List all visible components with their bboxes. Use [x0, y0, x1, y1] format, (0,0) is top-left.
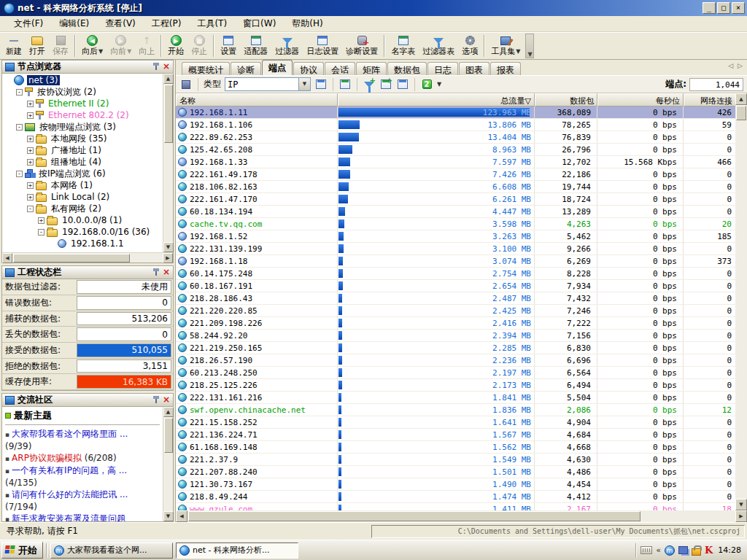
list-item[interactable]: ▪大家帮我看看这个网络里面 ... — [5, 428, 160, 440]
close-button[interactable]: × — [732, 2, 745, 14]
table-row[interactable]: 222.89.62.25313.404 MB76,8390 bps0 — [176, 131, 735, 144]
input-method-icon[interactable] — [640, 546, 652, 554]
tab-报表[interactable]: 报表 — [490, 62, 521, 75]
保存-button[interactable]: 保存 — [49, 33, 72, 59]
scroll-right-icon[interactable]: ▶ — [163, 253, 173, 263]
list-item[interactable]: ▪ARP协议欺骗模拟 (6/208) — [5, 452, 160, 464]
tree-item[interactable]: +广播地址 (1) — [2, 144, 163, 156]
minimize-button[interactable]: _ — [703, 2, 716, 14]
table-row[interactable]: 60.18.167.1912.654 MB7,9340 bps0 — [176, 280, 735, 292]
tab-诊断[interactable]: 诊断 — [231, 62, 261, 75]
tree-item[interactable]: -按协议浏览 (2) — [2, 86, 163, 98]
expand-icon[interactable]: + — [27, 194, 34, 201]
table-row[interactable]: 222.131.161.2161.841 MB5,5040 bps0 — [176, 392, 735, 404]
pin-icon[interactable] — [152, 268, 160, 276]
antivirus-tray-icon[interactable]: K — [705, 545, 713, 556]
scroll-up-icon[interactable]: ▲ — [735, 93, 747, 105]
tray-collapse-icon[interactable]: « — [656, 545, 661, 555]
tree-vertical-scrollbar[interactable]: ▲ ▼ — [163, 74, 173, 252]
list-item[interactable]: ▪请问有什么好的方法能把讯 ... — [5, 489, 160, 501]
tree-item[interactable]: -192.168.0.0/16 (36) — [2, 226, 163, 238]
table-row[interactable]: 221.2.37.91.549 MB4,6300 bps0 — [176, 454, 735, 466]
menu-item-文件F[interactable]: 文件(F) — [7, 16, 50, 31]
tab-日志[interactable]: 日志 — [427, 62, 458, 75]
toolbar-overflow-button[interactable]: ▼ — [525, 34, 534, 58]
tab-协议[interactable]: 协议 — [293, 62, 324, 75]
pin-icon[interactable] — [152, 63, 160, 71]
tree-item[interactable]: -私有网络 (2) — [2, 203, 163, 214]
过滤器表-button[interactable]: 过滤器表 — [419, 33, 458, 59]
expand-icon[interactable]: + — [27, 136, 34, 142]
新建-button[interactable]: 新建 — [2, 33, 26, 59]
menu-item-工具T[interactable]: 工具(T) — [190, 16, 233, 31]
list-item[interactable]: ▪一个有关私有IP的问题，高 ... — [5, 464, 160, 477]
scroll-down-icon[interactable]: ▼ — [163, 511, 174, 521]
maximize-button[interactable]: □ — [717, 2, 730, 14]
list-view-icon[interactable] — [338, 78, 352, 90]
collapse-icon[interactable]: - — [16, 124, 23, 131]
tab-scroll-right-icon[interactable]: ▷ — [738, 62, 743, 69]
expand-icon[interactable]: + — [38, 217, 44, 224]
table-row[interactable]: 221.136.224.711.567 MB4,6840 bps0 — [176, 429, 735, 441]
工具集-button[interactable]: 工具集▼ — [487, 33, 524, 59]
export-icon[interactable] — [396, 78, 409, 90]
pin-icon[interactable] — [152, 396, 160, 404]
向前-button[interactable]: ▶向前▼ — [107, 33, 135, 59]
type-combobox[interactable]: IP ▼ — [225, 77, 311, 91]
table-row[interactable]: 125.42.65.2088.963 MB26,7960 bps0 — [176, 144, 735, 156]
名字表-button[interactable]: 名字表 — [387, 33, 419, 59]
table-row[interactable]: 192.168.1.523.263 MB5,4620 bps185 — [176, 230, 735, 243]
scroll-down-icon[interactable]: ▼ — [163, 242, 174, 252]
table-row[interactable]: 60.14.175.2482.754 MB8,2280 bps0 — [176, 268, 735, 280]
tab-scroll-left-icon[interactable]: ◁ — [728, 62, 733, 69]
table-row[interactable]: 192.168.1.10613.806 MB78,2650 bps59 — [176, 119, 735, 131]
table-row[interactable]: 218.28.186.432.487 MB7,4320 bps0 — [176, 292, 735, 305]
collapse-icon[interactable]: - — [16, 89, 23, 96]
table-row[interactable]: swf.openv.chinacache.net1.836 MB2,0860 b… — [176, 404, 735, 416]
tree-item[interactable]: +本地网段 (35) — [2, 133, 163, 144]
menu-item-编辑E[interactable]: 编辑(E) — [53, 16, 96, 31]
table-row[interactable]: 218.26.57.1902.236 MB6,6960 bps0 — [176, 354, 735, 367]
tab-端点[interactable]: 端点 — [262, 60, 293, 75]
scroll-up-icon[interactable]: ▲ — [163, 74, 174, 84]
table-row[interactable]: 221.220.220.852.425 MB7,2460 bps0 — [176, 305, 735, 317]
table-row[interactable]: 60.18.134.1944.447 MB13,2890 bps0 — [176, 206, 735, 218]
expand-icon[interactable]: + — [27, 112, 34, 119]
tab-图表[interactable]: 图表 — [459, 62, 489, 75]
list-item[interactable]: ▪新手求教安装布署及流量问题 — [5, 513, 160, 521]
tab-会话[interactable]: 会话 — [325, 62, 355, 75]
expand-icon[interactable]: + — [27, 147, 34, 154]
scroll-left-icon[interactable]: ◀ — [2, 253, 12, 263]
start-button[interactable]: 开始 — [1, 542, 43, 559]
tree-item[interactable]: +组播地址 (4) — [2, 156, 163, 168]
column-header-名称[interactable]: 名称 — [176, 93, 338, 106]
collapse-icon[interactable]: - — [27, 206, 34, 212]
table-row[interactable]: 221.219.250.1652.285 MB6,8300 bps0 — [176, 342, 735, 354]
taskbar-task-button[interactable]: m大家帮我看看这个网... — [50, 542, 173, 559]
table-horizontal-scrollbar[interactable]: ◀ ▶ — [176, 510, 747, 522]
向后-button[interactable]: ◀向后▼ — [78, 33, 107, 59]
menu-item-窗口W[interactable]: 窗口(W) — [236, 16, 282, 31]
scroll-right-icon[interactable]: ▶ — [735, 510, 747, 522]
table-row[interactable]: 222.131.139.1993.100 MB9,2660 bps0 — [176, 243, 735, 255]
tree-item[interactable]: -按物理端点浏览 (3) — [2, 121, 163, 133]
tab-概要统计[interactable]: 概要统计 — [182, 62, 230, 75]
选项-button[interactable]: 选项 — [458, 33, 481, 59]
expand-icon[interactable]: + — [27, 101, 34, 107]
network-tray-icon[interactable] — [678, 546, 688, 554]
table-row[interactable]: 218.106.82.1636.608 MB19,7440 bps0 — [176, 181, 735, 193]
tree-item[interactable]: +Ethernet II (2) — [2, 98, 163, 109]
community-vertical-scrollbar[interactable]: ▲ ▼ — [163, 407, 173, 521]
table-row[interactable]: cache.tv.qq.com3.598 MB4,2630 bps20 — [176, 218, 735, 230]
menu-item-工程P[interactable]: 工程(P) — [145, 16, 188, 31]
table-row[interactable]: 222.161.49.1787.426 MB22,1860 bps0 — [176, 168, 735, 181]
table-row[interactable]: 58.244.92.202.394 MB7,1560 bps0 — [176, 330, 735, 342]
诊断设置-button[interactable]: 诊断设置 — [342, 33, 382, 59]
table-row[interactable]: 121.30.73.1671.490 MB4,4540 bps0 — [176, 478, 735, 491]
taskbar-task-button[interactable]: net - 科来网络分析... — [176, 542, 298, 559]
table-row[interactable]: 218.8.49.2441.474 MB4,4120 bps0 — [176, 491, 735, 503]
tree-item[interactable]: +Link Local (2) — [2, 191, 163, 203]
chevron-down-icon[interactable]: ▼ — [298, 78, 310, 90]
table-row[interactable]: 192.168.1.183.074 MB6,2690 bps373 — [176, 255, 735, 268]
table-row[interactable]: 221.15.158.2521.641 MB4,9040 bps0 — [176, 416, 735, 429]
